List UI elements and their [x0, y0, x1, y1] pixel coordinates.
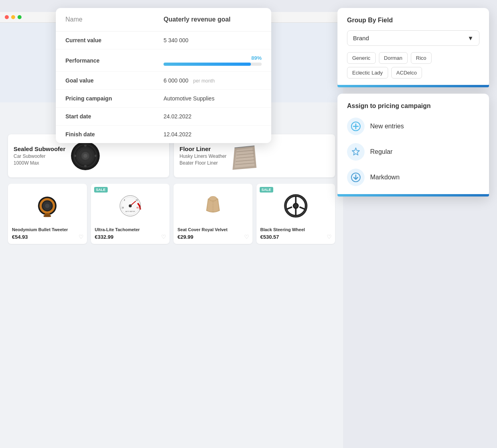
floor-liner-name: Floor Liner [179, 145, 227, 152]
svg-point-30 [45, 203, 49, 208]
add-circle-icon [347, 118, 365, 135]
current-value: 5 340 000 [164, 37, 262, 43]
svg-point-45 [209, 196, 216, 200]
tweeter-image-area [12, 188, 83, 224]
markdown-label: Markdown [370, 174, 400, 181]
pricing-campaign-value: Automotive Supplies [164, 95, 262, 102]
svg-point-14 [83, 154, 87, 158]
goal-value-label: Goal value [65, 77, 164, 84]
tweeter-price: €54.93 [12, 234, 83, 240]
product-grid: Neodymium Bullet Tweeter €54.93 ♡ SALE 0… [8, 184, 335, 244]
svg-text:10: 10 [136, 199, 138, 201]
revenue-row-finish: Finish date 12.04.2022 [56, 126, 271, 143]
right-panel: Group By Field Brand ▼ Generic Dorman Ri… [337, 8, 489, 196]
tweeter-name: Neodymium Bullet Tweeter [12, 227, 83, 232]
performance-percent: 89% [164, 55, 262, 61]
download-icon [347, 169, 365, 186]
tag-acdelco[interactable]: ACDelco [391, 67, 422, 79]
performance-label: Performance [65, 57, 164, 64]
steering-wheel-name: Black Steering Wheel [260, 227, 331, 232]
star-icon-svg [351, 147, 361, 157]
tachometer-sale-badge: SALE [94, 187, 108, 193]
product-card-tweeter[interactable]: Neodymium Bullet Tweeter €54.93 ♡ [8, 184, 87, 244]
browser-dot-yellow [11, 15, 15, 19]
brand-select[interactable]: Brand ▼ [347, 30, 479, 46]
regular-label: Regular [370, 148, 392, 155]
svg-point-54 [294, 204, 298, 207]
floor-liner-info: Floor Liner Husky Liners WeatherBeater F… [179, 145, 227, 167]
seat-cover-price: €29.99 [178, 234, 248, 240]
product-card-tachometer[interactable]: SALE 0 10 20 80 [91, 184, 170, 244]
steering-wheel-sale-badge: SALE [260, 187, 273, 193]
svg-marker-59 [352, 148, 359, 155]
floor-liner-desc: Husky Liners WeatherBeater Floor Liner [179, 153, 227, 167]
tachometer-name: Ultra-Lite Tachometer [95, 227, 166, 232]
revenue-header: Name Quaterly revenue goal [56, 8, 271, 31]
tag-grid-row2: Eclectic Lady ACDelco [347, 67, 479, 79]
goal-value: 6 000 000 [164, 77, 188, 84]
add-icon-svg [351, 121, 361, 132]
svg-point-41 [129, 204, 132, 207]
progress-bar-fill [164, 63, 251, 66]
goal-value-container: 6 000 000 per month [164, 77, 262, 84]
goal-suffix: per month [193, 78, 215, 84]
tag-eclectic-lady[interactable]: Eclectic Lady [347, 67, 388, 79]
tachometer-wishlist-icon[interactable]: ♡ [161, 234, 166, 240]
browser-dot-red [5, 15, 9, 19]
floor-liner-image [231, 140, 258, 172]
tachometer-image: 0 10 20 80 AUTO METER [117, 193, 143, 219]
assign-card: Assign to pricing campaign New entries R… [337, 94, 489, 196]
assign-option-regular[interactable]: Regular [347, 143, 479, 161]
tweeter-image [34, 193, 60, 219]
start-date-label: Start date [65, 113, 164, 120]
assign-option-markdown[interactable]: Markdown [347, 169, 479, 186]
subwoofer-info: Sealed Subwoofer Car Subwoofer1000W Max [14, 145, 65, 167]
assign-title: Assign to pricing campaign [347, 102, 479, 110]
seat-cover-image [201, 194, 225, 218]
subwoofer-desc: Car Subwoofer1000W Max [14, 153, 65, 167]
star-icon [347, 143, 365, 161]
revenue-panel: Name Quaterly revenue goal Current value… [56, 8, 271, 143]
product-card-seat-cover[interactable]: Seat Cover Royal Velvet €29.99 ♡ [174, 184, 252, 244]
finish-date-label: Finish date [65, 131, 164, 138]
current-value-label: Current value [65, 37, 164, 43]
steering-wheel-image-area [260, 188, 331, 224]
tag-grid-row1: Generic Dorman Rico [347, 52, 479, 64]
tag-rico[interactable]: Rico [411, 52, 432, 64]
seat-cover-image-area [178, 188, 248, 224]
subwoofer-name: Sealed Subwoofer [14, 145, 65, 152]
pricing-campaign-label: Pricing campaign [65, 95, 164, 102]
product-card-steering-wheel[interactable]: SALE [256, 184, 335, 244]
assign-option-new-entries[interactable]: New entries [347, 118, 479, 135]
blue-divider-bar [337, 85, 489, 87]
start-date-value: 24.02.2022 [164, 113, 262, 120]
group-by-card: Group By Field Brand ▼ Generic Dorman Ri… [337, 8, 489, 87]
brand-select-value: Brand [353, 35, 369, 41]
tweeter-wishlist-icon[interactable]: ♡ [79, 234, 84, 240]
svg-text:AUTO METER: AUTO METER [125, 211, 135, 212]
steering-wheel-price: €530.57 [260, 234, 331, 240]
revenue-row-current: Current value 5 340 000 [56, 31, 271, 49]
tachometer-image-area: 0 10 20 80 AUTO METER [95, 188, 166, 224]
tag-generic[interactable]: Generic [347, 52, 376, 64]
tachometer-price: €332.99 [95, 234, 166, 240]
new-entries-label: New entries [370, 123, 404, 130]
svg-text:0: 0 [124, 199, 125, 201]
download-icon-svg [351, 172, 361, 183]
assign-blue-divider-bar [337, 194, 489, 196]
performance-progress: 89% [164, 55, 262, 66]
progress-bar-background [164, 63, 262, 66]
svg-rect-32 [43, 215, 51, 217]
revenue-row-start: Start date 24.02.2022 [56, 108, 271, 126]
revenue-col-value: Quaterly revenue goal [164, 16, 262, 23]
revenue-row-performance: Performance 89% [56, 49, 271, 72]
steering-wheel-wishlist-icon[interactable]: ♡ [327, 234, 332, 240]
revenue-row-pricing: Pricing campaign Automotive Supplies [56, 90, 271, 108]
seat-cover-wishlist-icon[interactable]: ♡ [244, 234, 249, 240]
tag-dorman[interactable]: Dorman [379, 52, 408, 64]
revenue-row-goal: Goal value 6 000 000 per month [56, 72, 271, 90]
svg-text:20: 20 [122, 207, 124, 209]
finish-date-value: 12.04.2022 [164, 131, 262, 138]
svg-text:80: 80 [136, 207, 139, 209]
subwoofer-image [69, 140, 101, 172]
